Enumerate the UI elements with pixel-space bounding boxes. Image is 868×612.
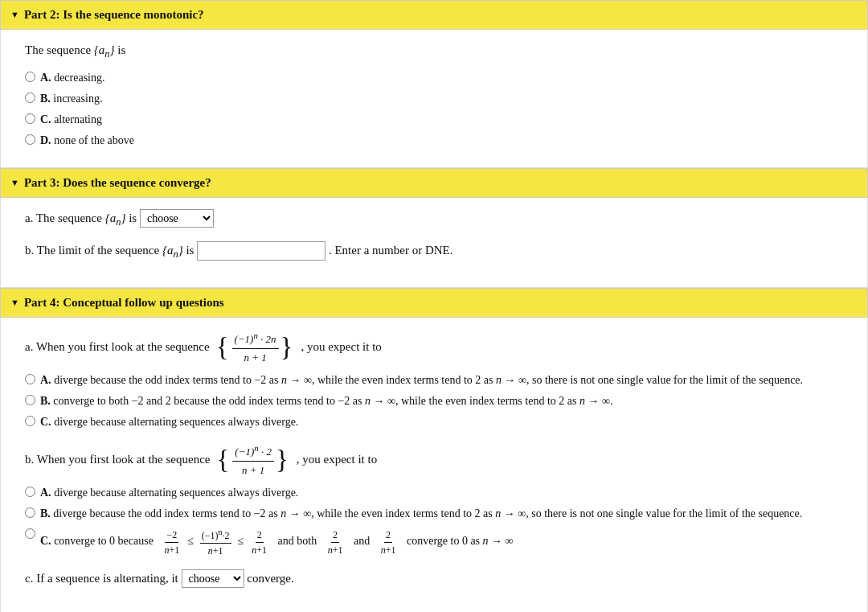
part4-a-option-b: B. converge to both −2 and 2 because the… bbox=[25, 392, 843, 409]
part4-c-dropdown[interactable]: choose must need not bbox=[182, 569, 244, 588]
part2-triangle-icon: ▼ bbox=[10, 8, 19, 22]
part4-b-label-a: A. diverge because alternating sequences… bbox=[40, 484, 298, 501]
part3-header: ▼ Part 3: Does the sequence converge? bbox=[0, 168, 868, 198]
part3-body: a. The sequence {an} is choose convergen… bbox=[0, 198, 868, 289]
part4-a-formula: { (−1)n · 2n n + 1 } bbox=[216, 329, 295, 365]
part4-b-question: b. When you first look at the sequence {… bbox=[25, 442, 843, 478]
part3-a-item: a. The sequence {an} is choose convergen… bbox=[25, 209, 843, 230]
part4-b-label-b: B. diverge because the odd index terms t… bbox=[40, 505, 802, 522]
part3-b-intro: b. The limit of the sequence {an} is bbox=[25, 244, 197, 257]
part2-radio-c[interactable] bbox=[25, 113, 35, 124]
part2-option-b: B. increasing. bbox=[25, 90, 843, 107]
part2-intro: The sequence {an} is bbox=[25, 41, 843, 62]
part2-body: The sequence {an} is A. decreasing. B. i… bbox=[0, 30, 868, 169]
part4-b-label-c: C. converge to 0 because −2 n+1 ≤ (−1)n·… bbox=[40, 526, 514, 558]
part4-header: ▼ Part 4: Conceptual follow up questions bbox=[0, 288, 868, 318]
part4-b-radio-a[interactable] bbox=[25, 487, 35, 497]
part2-sequence-notation: {an} bbox=[94, 43, 115, 56]
part3-triangle-icon: ▼ bbox=[10, 176, 19, 190]
part4-body: a. When you first look at the sequence {… bbox=[0, 318, 868, 612]
part2-radio-a[interactable] bbox=[25, 72, 35, 82]
part4-c-suffix: converge. bbox=[247, 572, 293, 585]
part2-option-d: D. none of the above bbox=[25, 132, 843, 149]
part4-a-radio-a[interactable] bbox=[25, 374, 35, 384]
part4-b-option-c: C. converge to 0 because −2 n+1 ≤ (−1)n·… bbox=[25, 526, 843, 558]
part2-label-a: A. decreasing. bbox=[40, 69, 104, 86]
part4-b-intro: b. When you first look at the sequence bbox=[25, 450, 211, 469]
part2-option-c: C. alternating bbox=[25, 111, 843, 128]
part4-b-expect: , you expect it to bbox=[297, 450, 377, 469]
part4-title: Part 4: Conceptual follow up questions bbox=[24, 294, 224, 312]
part4-a-label-c: C. diverge because alternating sequences… bbox=[40, 413, 298, 430]
part4-b-radio-c[interactable] bbox=[25, 528, 35, 539]
part3-a-dropdown[interactable]: choose convergent divergent bbox=[140, 209, 214, 228]
part2-label-b: B. increasing. bbox=[40, 90, 102, 107]
part4-b-radio-b[interactable] bbox=[25, 507, 35, 518]
part4-b-formula: { (−1)n · 2 n + 1 } bbox=[217, 442, 290, 478]
part4-a-label-a: A. diverge because the odd index terms t… bbox=[40, 372, 803, 388]
part4-b-option-a: A. diverge because alternating sequences… bbox=[25, 484, 843, 501]
part4-c-label: c. If a sequence is alternating, it bbox=[25, 572, 182, 585]
part4-a-option-a: A. diverge because the odd index terms t… bbox=[25, 372, 843, 388]
part4-a-intro: a. When you first look at the sequence bbox=[25, 338, 210, 356]
part4-a-question: a. When you first look at the sequence {… bbox=[25, 329, 843, 365]
part4-a-item: a. When you first look at the sequence {… bbox=[25, 329, 843, 430]
part2-radio-b[interactable] bbox=[25, 92, 35, 103]
part2-title: Part 2: Is the sequence monotonic? bbox=[24, 6, 204, 24]
part4-a-label-b: B. converge to both −2 and 2 because the… bbox=[40, 392, 612, 409]
part3-b-item: b. The limit of the sequence {an} is . E… bbox=[25, 241, 843, 262]
part2-header: ▼ Part 2: Is the sequence monotonic? bbox=[0, 0, 868, 30]
part3-title: Part 3: Does the sequence converge? bbox=[24, 174, 211, 192]
part3-b-hint: . Enter a number or DNE. bbox=[329, 244, 453, 257]
part4-a-expect: , you expect it to bbox=[301, 338, 381, 356]
part4-triangle-icon: ▼ bbox=[10, 296, 19, 310]
part2-option-a: A. decreasing. bbox=[25, 69, 843, 86]
part4-c-item: c. If a sequence is alternating, it choo… bbox=[25, 569, 843, 588]
part2-label-c: C. alternating bbox=[40, 111, 102, 128]
part4-a-radio-c[interactable] bbox=[25, 416, 35, 426]
part4-a-option-c: C. diverge because alternating sequences… bbox=[25, 413, 843, 430]
part4-b-option-b: B. diverge because the odd index terms t… bbox=[25, 505, 843, 522]
part2-radio-d[interactable] bbox=[25, 134, 35, 145]
part4-b-item: b. When you first look at the sequence {… bbox=[25, 442, 843, 558]
part3-b-input[interactable] bbox=[197, 241, 326, 261]
part3-a-intro: a. The sequence {an} is bbox=[25, 212, 140, 224]
part4-a-radio-b[interactable] bbox=[25, 395, 35, 405]
part2-label-d: D. none of the above bbox=[40, 132, 134, 149]
